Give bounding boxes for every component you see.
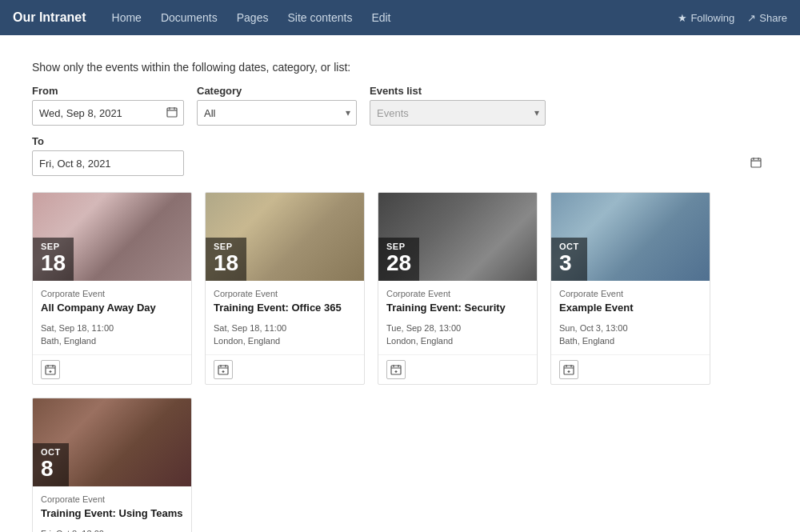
category-label: Category (197, 85, 357, 97)
from-group: From (32, 85, 184, 126)
event-image: SEP 28 (378, 193, 537, 281)
following-button[interactable]: ★ Following (678, 12, 734, 24)
from-input-wrap (32, 100, 184, 126)
category-select-wrap: All Corporate Event ▾ (197, 100, 357, 126)
add-to-calendar-button[interactable] (214, 360, 233, 379)
filter-description: Show only the events within the followin… (32, 61, 768, 74)
event-image: OCT 8 (33, 398, 191, 486)
event-meta: Sat, Sep 18, 11:00London, England (214, 322, 356, 348)
event-body: Corporate Event Example Event Sun, Oct 3… (551, 281, 710, 354)
svg-rect-20 (391, 366, 401, 374)
share-button[interactable]: ↗ Share (747, 12, 787, 24)
category-select[interactable]: All Corporate Event (197, 100, 357, 126)
event-image: OCT 3 (551, 193, 710, 281)
event-card[interactable]: SEP 18 Corporate Event All Company Away … (32, 192, 192, 385)
event-meta: Sat, Sep 18, 11:00Bath, England (41, 322, 183, 348)
add-to-calendar-button[interactable] (559, 360, 578, 379)
filter-row: From Category (32, 85, 768, 126)
event-body: Corporate Event Training Event: Office 3… (206, 281, 364, 354)
event-card[interactable]: SEP 28 Corporate Event Training Event: S… (378, 192, 538, 385)
add-to-calendar-button[interactable] (386, 360, 406, 379)
event-category: Corporate Event (559, 289, 702, 298)
top-navigation: Our Intranet Home Documents Pages Site c… (0, 0, 800, 35)
nav-documents[interactable]: Documents (161, 11, 218, 24)
to-label: To (32, 135, 768, 147)
event-body: Corporate Event Training Event: Using Te… (33, 486, 191, 532)
to-date-input[interactable] (32, 150, 184, 176)
event-category: Corporate Event (214, 289, 356, 298)
share-icon: ↗ (747, 12, 756, 24)
svg-rect-14 (218, 366, 228, 374)
event-footer (551, 354, 710, 384)
add-calendar-icon (390, 364, 402, 375)
event-title: All Company Away Day (41, 302, 183, 315)
event-day: 3 (559, 251, 579, 276)
nav-pages[interactable]: Pages (237, 11, 269, 24)
add-to-calendar-button[interactable] (41, 360, 60, 379)
event-title: Training Event: Security (386, 302, 529, 315)
event-category: Corporate Event (41, 289, 183, 298)
nav-site-contents[interactable]: Site contents (287, 11, 352, 24)
event-title: Training Event: Office 365 (214, 302, 356, 315)
add-calendar-icon (563, 364, 574, 375)
events-grid: SEP 18 Corporate Event All Company Away … (32, 192, 768, 532)
event-day: 18 (214, 251, 238, 276)
from-date-input[interactable] (32, 100, 184, 126)
to-group: To (32, 135, 768, 176)
event-title: Training Event: Using Teams (41, 507, 183, 521)
event-date-badge: OCT 8 (33, 443, 69, 486)
to-input-wrap (32, 150, 768, 176)
event-meta: Tue, Sep 28, 13:00London, England (386, 322, 529, 348)
from-label: From (32, 85, 184, 97)
event-card[interactable]: OCT 3 Corporate Event Example Event Sun,… (550, 192, 710, 385)
event-category: Corporate Event (41, 494, 183, 504)
event-category: Corporate Event (386, 289, 529, 298)
event-body: Corporate Event All Company Away Day Sat… (33, 281, 191, 354)
event-footer (33, 354, 191, 384)
event-day: 28 (386, 251, 411, 276)
event-image: SEP 18 (33, 193, 191, 281)
nav-home[interactable]: Home (112, 11, 142, 24)
event-date-badge: SEP 18 (206, 238, 246, 281)
event-body: Corporate Event Training Event: Security… (378, 281, 537, 354)
events-list-select[interactable]: Events (370, 100, 546, 126)
events-list-label: Events list (370, 85, 546, 97)
event-date-badge: SEP 28 (378, 238, 419, 281)
event-meta: Fri, Oct 8, 13:00London, England (41, 527, 183, 532)
calendar-icon-2 (750, 157, 762, 170)
event-title: Example Event (559, 302, 702, 315)
nav-actions: ★ Following ↗ Share (678, 12, 787, 24)
svg-rect-4 (751, 158, 761, 167)
event-footer (206, 354, 364, 384)
event-meta: Sun, Oct 3, 13:00Bath, England (559, 322, 702, 348)
event-date-badge: SEP 18 (33, 238, 74, 281)
nav-edit[interactable]: Edit (371, 11, 390, 24)
event-date-badge: OCT 3 (551, 238, 587, 281)
event-day: 8 (41, 457, 61, 482)
event-footer (378, 354, 537, 384)
event-card[interactable]: SEP 18 Corporate Event Training Event: O… (205, 192, 365, 385)
share-label: Share (759, 12, 787, 24)
following-label: Following (690, 12, 734, 24)
to-row: To (32, 135, 768, 176)
filter-section: Show only the events within the followin… (32, 61, 768, 176)
add-calendar-icon (45, 364, 56, 375)
add-calendar-icon (218, 364, 229, 375)
category-group: Category All Corporate Event ▾ (197, 85, 357, 126)
site-title: Our Intranet (13, 10, 86, 25)
svg-rect-8 (46, 366, 55, 374)
event-day: 18 (41, 251, 66, 276)
event-card[interactable]: OCT 8 Corporate Event Training Event: Us… (32, 398, 192, 532)
events-list-select-wrap: Events ▾ (370, 100, 546, 126)
event-image: SEP 18 (206, 193, 364, 281)
main-content: Show only the events within the followin… (0, 35, 800, 532)
star-icon: ★ (678, 12, 687, 24)
events-list-group: Events list Events ▾ (370, 85, 546, 126)
svg-rect-26 (564, 366, 574, 374)
